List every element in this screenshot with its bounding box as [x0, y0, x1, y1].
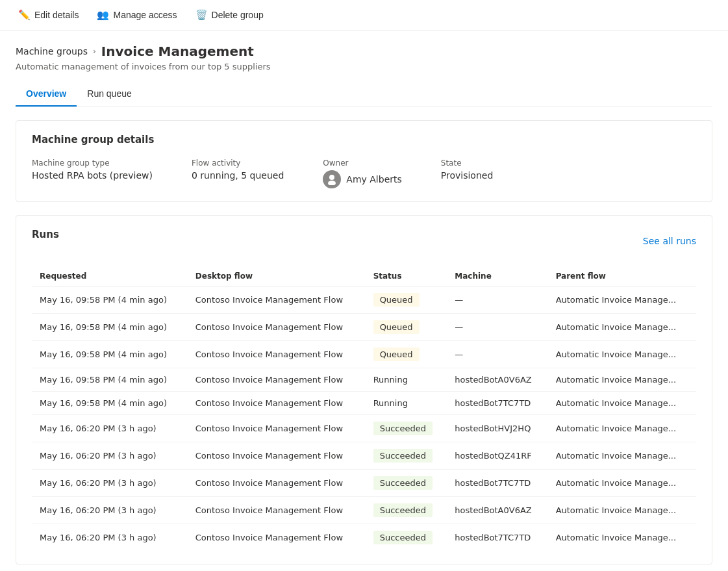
manage-access-label: Manage access	[113, 10, 177, 20]
type-value: Hosted RPA bots (preview)	[32, 170, 153, 181]
svg-point-0	[329, 175, 334, 180]
owner-avatar	[323, 170, 341, 188]
cell-requested: May 16, 09:58 PM (4 min ago)	[32, 368, 188, 392]
machine-group-details-card: Machine group details Machine group type…	[16, 120, 712, 202]
cell-machine: hostedBotQZ41RF	[447, 442, 547, 470]
cell-requested: May 16, 06:20 PM (3 h ago)	[32, 497, 188, 524]
cell-machine: hostedBotHVJ2HQ	[447, 415, 547, 442]
cell-requested: May 16, 06:20 PM (3 h ago)	[32, 524, 188, 552]
cell-desktop-flow: Contoso Invoice Management Flow	[188, 392, 366, 415]
runs-card: Runs See all runs Requested Desktop flow…	[16, 215, 712, 565]
status-badge: Succeeded	[373, 476, 433, 490]
table-row[interactable]: May 16, 06:20 PM (3 h ago) Contoso Invoi…	[32, 442, 696, 470]
cell-desktop-flow: Contoso Invoice Management Flow	[188, 497, 366, 524]
table-row[interactable]: May 16, 06:20 PM (3 h ago) Contoso Invoi…	[32, 415, 696, 442]
table-row[interactable]: May 16, 06:20 PM (3 h ago) Contoso Invoi…	[32, 524, 696, 552]
edit-details-label: Edit details	[34, 10, 79, 20]
cell-parent-flow: Automatic Invoice Manage...	[548, 415, 696, 442]
status-badge: Queued	[373, 293, 420, 307]
edit-details-button[interactable]: ✏️ Edit details	[10, 5, 86, 25]
cell-desktop-flow: Contoso Invoice Management Flow	[188, 470, 366, 497]
cell-requested: May 16, 09:58 PM (4 min ago)	[32, 392, 188, 415]
cell-machine: —	[447, 286, 547, 314]
col-requested: Requested	[32, 266, 188, 286]
cell-requested: May 16, 09:58 PM (4 min ago)	[32, 314, 188, 341]
cell-status: Queued	[366, 341, 447, 368]
cell-parent-flow: Automatic Invoice Manage...	[548, 392, 696, 415]
cell-desktop-flow: Contoso Invoice Management Flow	[188, 314, 366, 341]
detail-state: State Provisioned	[441, 159, 494, 188]
col-parent-flow: Parent flow	[548, 266, 696, 286]
cell-status: Running	[366, 392, 447, 415]
status-badge: Queued	[373, 320, 420, 334]
cell-parent-flow: Automatic Invoice Manage...	[548, 470, 696, 497]
cell-desktop-flow: Contoso Invoice Management Flow	[188, 524, 366, 552]
owner-value: Amy Alberts	[346, 174, 401, 184]
col-status: Status	[366, 266, 447, 286]
delete-group-button[interactable]: 🗑️ Delete group	[188, 5, 271, 25]
table-row[interactable]: May 16, 09:58 PM (4 min ago) Contoso Inv…	[32, 341, 696, 368]
breadcrumb-current: Invoice Management	[101, 44, 254, 59]
manage-access-icon: 👥	[97, 9, 109, 21]
table-row[interactable]: May 16, 09:58 PM (4 min ago) Contoso Inv…	[32, 368, 696, 392]
cell-parent-flow: Automatic Invoice Manage...	[548, 497, 696, 524]
cell-desktop-flow: Contoso Invoice Management Flow	[188, 415, 366, 442]
page-subtitle: Automatic management of invoices from ou…	[16, 62, 712, 71]
table-row[interactable]: May 16, 09:58 PM (4 min ago) Contoso Inv…	[32, 392, 696, 415]
col-desktop-flow: Desktop flow	[188, 266, 366, 286]
details-grid: Machine group type Hosted RPA bots (prev…	[32, 159, 696, 188]
cell-status: Running	[366, 368, 447, 392]
state-value: Provisioned	[441, 170, 494, 181]
runs-table: Requested Desktop flow Status Machine Pa…	[32, 266, 696, 551]
cell-machine: hostedBotA0V6AZ	[447, 368, 547, 392]
col-machine: Machine	[447, 266, 547, 286]
owner-label: Owner	[323, 159, 401, 168]
status-badge: Succeeded	[373, 449, 433, 463]
detail-owner: Owner Amy Alberts	[323, 159, 401, 188]
table-row[interactable]: May 16, 09:58 PM (4 min ago) Contoso Inv…	[32, 314, 696, 341]
table-row[interactable]: May 16, 06:20 PM (3 h ago) Contoso Invoi…	[32, 497, 696, 524]
cell-requested: May 16, 09:58 PM (4 min ago)	[32, 341, 188, 368]
table-row[interactable]: May 16, 09:58 PM (4 min ago) Contoso Inv…	[32, 286, 696, 314]
cell-parent-flow: Automatic Invoice Manage...	[548, 314, 696, 341]
table-row[interactable]: May 16, 06:20 PM (3 h ago) Contoso Invoi…	[32, 470, 696, 497]
status-badge: Queued	[373, 348, 420, 361]
status-text: Running	[373, 398, 408, 408]
type-label: Machine group type	[32, 159, 153, 168]
cell-status: Succeeded	[366, 415, 447, 442]
detail-flow-activity: Flow activity 0 running, 5 queued	[192, 159, 284, 188]
cell-status: Queued	[366, 314, 447, 341]
runs-table-header: Requested Desktop flow Status Machine Pa…	[32, 266, 696, 286]
svg-point-1	[328, 181, 336, 185]
cell-requested: May 16, 09:58 PM (4 min ago)	[32, 286, 188, 314]
tab-run-queue[interactable]: Run queue	[77, 82, 142, 107]
owner-display: Amy Alberts	[323, 170, 401, 188]
tab-overview[interactable]: Overview	[16, 82, 77, 107]
flow-activity-label: Flow activity	[192, 159, 284, 168]
state-label: State	[441, 159, 494, 168]
runs-table-body: May 16, 09:58 PM (4 min ago) Contoso Inv…	[32, 286, 696, 552]
see-all-runs-link[interactable]: See all runs	[643, 236, 696, 246]
cell-status: Queued	[366, 286, 447, 314]
breadcrumb-separator: ›	[93, 47, 96, 56]
delete-icon: 🗑️	[195, 9, 208, 21]
manage-access-button[interactable]: 👥 Manage access	[89, 5, 184, 25]
breadcrumb-parent-link[interactable]: Machine groups	[16, 46, 88, 57]
cell-machine: hostedBot7TC7TD	[447, 392, 547, 415]
status-badge: Succeeded	[373, 531, 433, 544]
cell-status: Succeeded	[366, 497, 447, 524]
tabs: Overview Run queue	[16, 82, 712, 107]
cell-machine: —	[447, 341, 547, 368]
status-text: Running	[373, 375, 408, 385]
runs-title: Runs	[32, 229, 59, 240]
cell-machine: hostedBot7TC7TD	[447, 470, 547, 497]
cell-desktop-flow: Contoso Invoice Management Flow	[188, 442, 366, 470]
cell-parent-flow: Automatic Invoice Manage...	[548, 524, 696, 552]
status-badge: Succeeded	[373, 422, 433, 435]
cell-status: Succeeded	[366, 442, 447, 470]
cell-machine: hostedBotA0V6AZ	[447, 497, 547, 524]
cell-parent-flow: Automatic Invoice Manage...	[548, 442, 696, 470]
cell-parent-flow: Automatic Invoice Manage...	[548, 368, 696, 392]
detail-type: Machine group type Hosted RPA bots (prev…	[32, 159, 153, 188]
cell-requested: May 16, 06:20 PM (3 h ago)	[32, 470, 188, 497]
